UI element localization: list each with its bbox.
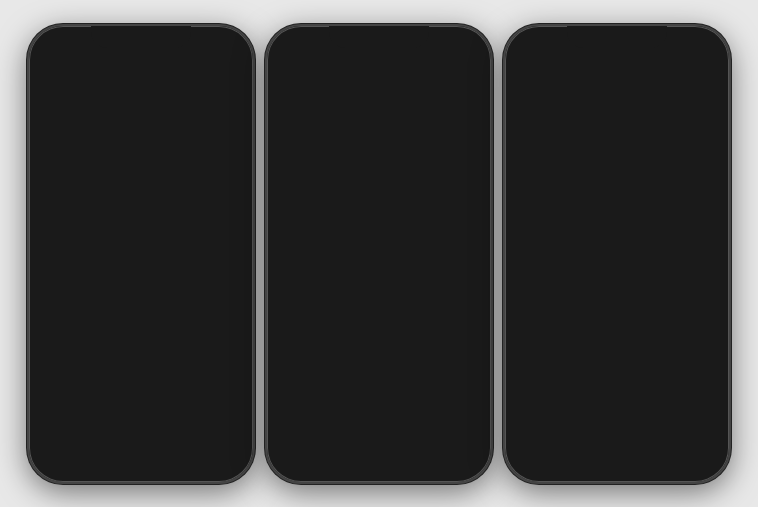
phone-2: 11:25 ▲▲▲ ☁ ▓ ebay 🛒 🔍 Search for anythi… — [265, 24, 493, 484]
corner-tr-2 — [406, 194, 424, 212]
faceid-box-1: ☺ — [96, 194, 186, 284]
faceid-box-2: ☺ — [334, 194, 424, 284]
corner-bl-1 — [96, 266, 114, 284]
faceid-label-2: Face ID — [356, 298, 402, 313]
phone-3: 11:25 ▲▲▲ ☁ ▓ ebay 🛒 🔍 Search for anythi… — [503, 24, 731, 484]
corner-tr-3 — [644, 194, 662, 212]
phone-screen-1: 11:25 ▲▲▲ ☁ ▓ ebay 🛒 🔍 Search for anythi… — [35, 34, 247, 474]
faceid-face-icon-1: ☺ — [121, 219, 162, 259]
phone-screen-3: 11:25 ▲▲▲ ☁ ▓ ebay 🛒 🔍 Search for anythi… — [511, 34, 723, 474]
faceid-face-icon-3: ☺ — [600, 222, 635, 256]
faceid-label-3: Face ID — [594, 298, 640, 313]
faceid-box-3: ☺ — [572, 194, 662, 284]
faceid-face-inner-3: ☺ — [588, 210, 646, 268]
corner-bl-3 — [572, 266, 590, 284]
corner-bl-2 — [334, 266, 352, 284]
faceid-face-icon-2: ☺ — [359, 219, 400, 259]
faceid-overlay-1: ☺ Face ID — [35, 34, 247, 474]
faceid-overlay-3: ☺ Face ID — [511, 34, 723, 474]
phone-screen-2: 11:25 ▲▲▲ ☁ ▓ ebay 🛒 🔍 Search for anythi… — [273, 34, 485, 474]
faceid-label-1: Face ID — [118, 298, 164, 313]
faceid-overlay-2: ☺ Face ID — [273, 34, 485, 474]
corner-tr-1 — [168, 194, 186, 212]
phone-1: 11:25 ▲▲▲ ☁ ▓ ebay 🛒 🔍 Search for anythi… — [27, 24, 255, 484]
